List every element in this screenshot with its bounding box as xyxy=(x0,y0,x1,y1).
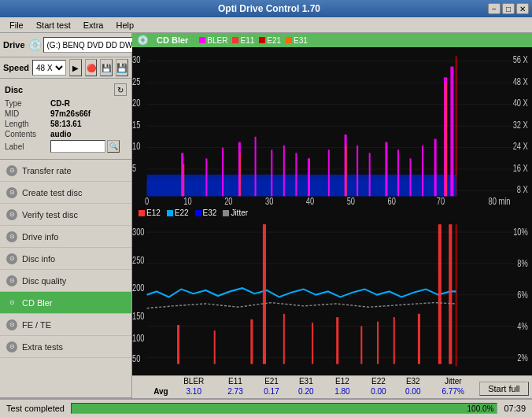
svg-rect-32 xyxy=(328,149,330,196)
nav-label-create-test-disc: Create test disc xyxy=(22,188,82,197)
nav-icon-create-test-disc: ⊙ xyxy=(6,187,17,198)
legend2-jitter: Jitter xyxy=(223,208,248,217)
svg-text:20: 20 xyxy=(224,196,232,207)
svg-text:50: 50 xyxy=(347,196,355,207)
disc-type-label: Type xyxy=(5,99,50,108)
svg-text:0: 0 xyxy=(145,196,149,207)
right-content: 💿 CD Bler BLER E11 E21 E31 xyxy=(132,33,532,417)
svg-text:48 X: 48 X xyxy=(513,76,529,87)
svg-rect-37 xyxy=(397,149,399,196)
nav-drive-info[interactable]: ⊙ Drive info xyxy=(0,226,131,248)
svg-text:24 X: 24 X xyxy=(513,141,529,152)
nav-extra-tests[interactable]: ⊙ Extra tests xyxy=(0,336,131,358)
svg-rect-82 xyxy=(393,317,395,364)
progress-bar: 100.0% xyxy=(71,403,497,414)
disc-contents-value: audio xyxy=(50,130,72,138)
disc-refresh-btn[interactable]: ↻ xyxy=(114,83,127,96)
svg-rect-77 xyxy=(283,314,285,364)
menu-start-test[interactable]: Start test xyxy=(30,19,77,31)
legend2-e32: E32 xyxy=(195,208,217,217)
col-jitter: Jitter xyxy=(430,376,476,386)
svg-text:6%: 6% xyxy=(517,289,528,300)
nav-buttons: ⊙ Transfer rate ⊙ Create test disc ⊙ Ver… xyxy=(0,160,131,397)
nav-disc-info[interactable]: ⊙ Disc info xyxy=(0,248,131,270)
nav-transfer-rate[interactable]: ⊙ Transfer rate xyxy=(0,160,131,182)
svg-text:250: 250 xyxy=(132,254,145,265)
disc-contents-label: Contents xyxy=(5,130,50,138)
elapsed-time: 07:39 xyxy=(504,404,526,413)
nav-fe-te[interactable]: ⊙ FE / TE xyxy=(0,314,131,336)
nav-label-cd-bler: CD Bler xyxy=(22,298,53,308)
legend2-e12: E12 xyxy=(139,208,161,217)
speed-selector[interactable]: 48 X xyxy=(32,60,66,76)
svg-rect-81 xyxy=(377,322,379,364)
chart-bler-svg: 30 25 20 15 10 5 56 X 48 X 40 X 32 X 24 … xyxy=(132,50,532,207)
svg-rect-39 xyxy=(422,146,423,197)
svg-rect-84 xyxy=(438,224,441,364)
svg-text:200: 200 xyxy=(132,282,145,293)
svg-text:8 X: 8 X xyxy=(517,184,529,195)
svg-rect-73 xyxy=(177,325,179,364)
svg-rect-35 xyxy=(369,153,371,196)
disc-label-input[interactable] xyxy=(50,140,105,153)
nav-create-test-disc[interactable]: ⊙ Create test disc xyxy=(0,182,131,204)
nav-icon-extra-tests: ⊙ xyxy=(6,341,17,352)
col-empty xyxy=(132,376,172,386)
maximize-button[interactable]: □ xyxy=(502,3,515,14)
nav-label-verify-test-disc: Verify test disc xyxy=(22,210,78,220)
svg-rect-45 xyxy=(345,146,347,197)
nav-label-transfer-rate: Transfer rate xyxy=(22,166,72,175)
drive-icon: 💿 xyxy=(28,39,42,51)
svg-text:5: 5 xyxy=(132,162,136,173)
svg-rect-42 xyxy=(450,67,453,197)
svg-text:32 X: 32 X xyxy=(513,120,529,131)
svg-rect-83 xyxy=(418,314,420,364)
legend2-e12-dot xyxy=(139,210,145,216)
nav-disc-quality[interactable]: ⊙ Disc quality xyxy=(0,270,131,292)
legend-e11-dot xyxy=(232,37,238,43)
window-controls: − □ ✕ xyxy=(488,3,529,14)
svg-text:10: 10 xyxy=(132,141,140,152)
row-avg-e21: 0.17 xyxy=(254,386,289,397)
svg-text:15: 15 xyxy=(132,120,140,131)
svg-text:40 X: 40 X xyxy=(513,98,529,109)
close-button[interactable]: ✕ xyxy=(516,3,529,14)
nav-label-disc-info: Disc info xyxy=(22,254,55,264)
menu-extra[interactable]: Extra xyxy=(77,19,110,31)
minimize-button[interactable]: − xyxy=(488,3,501,14)
row-avg-e32: 0.00 xyxy=(396,386,430,397)
save-btn[interactable]: 💾 xyxy=(116,59,128,76)
col-e11: E11 xyxy=(216,376,254,386)
burn-btn[interactable]: 💾 xyxy=(100,59,113,76)
menu-help[interactable]: Help xyxy=(109,19,140,31)
legend2-e22-dot xyxy=(167,210,173,216)
speed-go-btn[interactable]: ▶ xyxy=(69,59,82,76)
legend-e21-dot xyxy=(259,37,265,43)
svg-text:30: 30 xyxy=(265,196,273,207)
nav-icon-cd-bler: ⊙ xyxy=(6,297,17,308)
nav-icon-transfer-rate: ⊙ xyxy=(6,165,17,176)
legend-bler-dot xyxy=(199,37,205,43)
svg-rect-28 xyxy=(271,149,272,196)
speed-section: Speed 48 X ▶ 🔴 💾 💾 xyxy=(0,57,131,79)
progress-bar-fill xyxy=(72,404,497,413)
svg-text:150: 150 xyxy=(132,311,145,322)
nav-icon-fe-te: ⊙ xyxy=(6,319,17,330)
legend-e31: E31 xyxy=(286,36,308,45)
status-text: Test completed xyxy=(6,404,65,413)
svg-rect-78 xyxy=(312,323,313,364)
svg-text:16 X: 16 X xyxy=(513,162,529,173)
legend-bler: BLER xyxy=(199,36,227,45)
erase-btn[interactable]: 🔴 xyxy=(85,59,98,76)
nav-cd-bler[interactable]: ⊙ CD Bler xyxy=(0,292,131,314)
col-e31: E31 xyxy=(289,376,323,386)
row-avg-bler: 3.10 xyxy=(172,386,216,397)
menu-file[interactable]: File xyxy=(3,19,30,31)
disc-length-value: 58:13.61 xyxy=(50,120,81,128)
nav-verify-test-disc[interactable]: ⊙ Verify test disc xyxy=(0,204,131,226)
label-browse-btn[interactable]: 🔍 xyxy=(107,140,120,153)
row-avg-e31: 0.20 xyxy=(289,386,323,397)
svg-text:56 X: 56 X xyxy=(513,54,529,65)
start-full-button[interactable]: Start full xyxy=(479,382,529,396)
svg-text:10: 10 xyxy=(183,196,191,207)
